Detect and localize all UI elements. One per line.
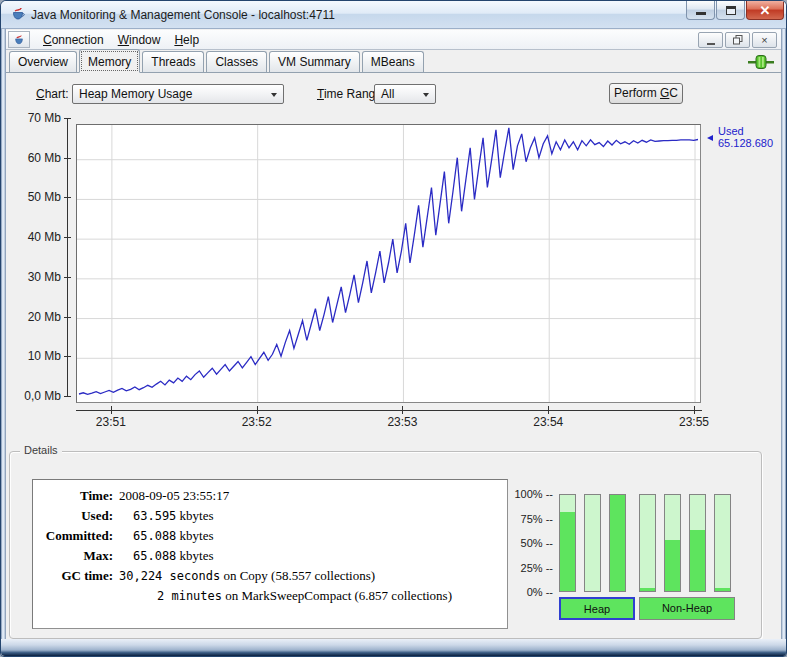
tab-overview[interactable]: Overview — [9, 51, 77, 72]
y-tick-label: 60 Mb — [9, 151, 61, 165]
heap-button[interactable]: Heap — [559, 597, 635, 620]
detail-value: 63.595 kbytes — [119, 508, 214, 524]
nonheap-pool-bar — [639, 494, 656, 592]
window-frame-right — [781, 29, 786, 644]
window-frame-bottom — [1, 639, 787, 656]
percent-tick-label: 100% -- — [507, 488, 553, 500]
nonheap-pool-bar-fill — [665, 540, 680, 591]
used-memory-line — [79, 128, 698, 395]
tab-threads[interactable]: Threads — [142, 51, 204, 72]
percent-tick-label: 25% -- — [507, 562, 553, 574]
heap-pool-bar-fill — [610, 495, 625, 591]
y-tick-label: 50 Mb — [9, 190, 61, 204]
y-tick — [64, 237, 71, 238]
menu-help[interactable]: Help — [167, 31, 206, 49]
maximize-button[interactable] — [716, 1, 745, 20]
chevron-down-icon — [423, 93, 429, 97]
x-tick — [694, 406, 695, 414]
y-tick-label: 10 Mb — [9, 349, 61, 363]
percent-tick-label: 0% -- — [507, 586, 553, 598]
x-tick-label: 23:51 — [86, 415, 136, 429]
percent-tick-label: 50% -- — [507, 537, 553, 549]
memory-tab-panel: Chart: Heap Memory Usage Time Range: All… — [6, 73, 783, 641]
tab-strip: Overview Memory Threads Classes VM Summa… — [2, 50, 787, 73]
chart-plot-area — [77, 125, 700, 402]
detail-label: Max: — [37, 548, 113, 564]
y-tick — [64, 197, 71, 198]
chart-select[interactable]: Heap Memory Usage — [72, 84, 284, 104]
close-button[interactable]: ✕ — [746, 1, 784, 20]
detail-value: 65.088 kbytes — [119, 548, 214, 564]
y-tick-label: 0,0 Mb — [9, 389, 61, 403]
tab-classes[interactable]: Classes — [206, 51, 267, 72]
y-tick-label: 30 Mb — [9, 270, 61, 284]
current-value-label: Used 65.128.680 — [718, 125, 773, 149]
nonheap-pool-bar-fill — [715, 588, 730, 591]
y-tick — [64, 356, 71, 357]
time-range-select[interactable]: All — [374, 84, 436, 104]
percent-tick-label: 75% -- — [507, 513, 553, 525]
close-icon: ✕ — [760, 3, 771, 18]
tab-memory[interactable]: Memory — [79, 49, 140, 73]
x-tick-label: 23:54 — [523, 415, 573, 429]
window-frame-left — [1, 29, 6, 644]
x-tick — [111, 406, 112, 414]
minimize-icon — [696, 12, 706, 15]
minimize-icon — [707, 43, 715, 45]
nonheap-pool-bar — [714, 494, 731, 592]
x-tick — [257, 406, 258, 414]
connected-icon — [748, 55, 774, 73]
y-tick — [64, 118, 71, 119]
x-tick — [548, 406, 549, 414]
java-icon — [10, 6, 26, 26]
menu-bar: Connection Window Help × — [2, 30, 787, 50]
jconsole-window: Java Monitoring & Management Console - l… — [0, 0, 787, 657]
chart-label: Chart: — [36, 87, 69, 101]
inner-close-button[interactable]: × — [752, 32, 777, 48]
detail-label: Used: — [37, 508, 113, 524]
inner-restore-button[interactable] — [725, 32, 750, 48]
detail-value: 2008-09-05 23:55:17 — [119, 488, 229, 504]
tab-mbeans[interactable]: MBeans — [362, 51, 424, 72]
x-tick-label: 23:52 — [232, 415, 282, 429]
detail-label: Committed: — [37, 528, 113, 544]
detail-label: GC time: — [37, 568, 113, 584]
maximize-icon — [726, 6, 736, 15]
tab-vm-summary[interactable]: VM Summary — [269, 51, 360, 72]
java-icon — [13, 34, 25, 46]
detail-label: Time: — [37, 488, 113, 504]
inner-minimize-button[interactable] — [698, 32, 723, 48]
y-tick — [64, 277, 71, 278]
perform-gc-button[interactable]: Perform GC — [609, 83, 683, 104]
minimize-button[interactable] — [686, 1, 715, 20]
y-tick — [64, 396, 71, 397]
detail-value: 65.088 kbytes — [119, 528, 214, 544]
x-axis-line — [76, 410, 702, 411]
details-group-title: Details — [20, 444, 62, 456]
y-tick-label: 20 Mb — [9, 310, 61, 324]
nonheap-button[interactable]: Non-Heap — [639, 597, 735, 620]
heap-pool-bar — [559, 494, 576, 592]
y-tick — [64, 158, 71, 159]
detail-value: 30,224 seconds on Copy (58.557 collectio… — [119, 568, 375, 584]
heap-pool-bar — [584, 494, 601, 592]
current-value-marker — [707, 135, 713, 141]
detail-value: 2 minutes on MarkSweepCompact (6.857 col… — [119, 588, 452, 604]
nonheap-pool-bar-fill — [640, 588, 655, 591]
heap-pool-bar-fill — [560, 512, 575, 591]
x-tick-label: 23:55 — [669, 415, 719, 429]
nonheap-pool-bar — [689, 494, 706, 592]
x-tick — [402, 406, 403, 414]
y-tick-label: 40 Mb — [9, 230, 61, 244]
y-tick — [64, 317, 71, 318]
window-title: Java Monitoring & Management Console - l… — [31, 8, 335, 22]
title-bar: Java Monitoring & Management Console - l… — [1, 1, 787, 29]
y-axis-line — [67, 118, 68, 397]
menu-connection[interactable]: Connection — [36, 31, 111, 49]
chevron-down-icon — [271, 93, 277, 97]
system-menu-button[interactable] — [8, 31, 30, 48]
x-tick-label: 23:53 — [377, 415, 427, 429]
details-box: Time: 2008-09-05 23:55:17 Used: 63.595 k… — [32, 479, 508, 629]
menu-window[interactable]: Window — [111, 31, 168, 49]
nonheap-pool-bar — [664, 494, 681, 592]
